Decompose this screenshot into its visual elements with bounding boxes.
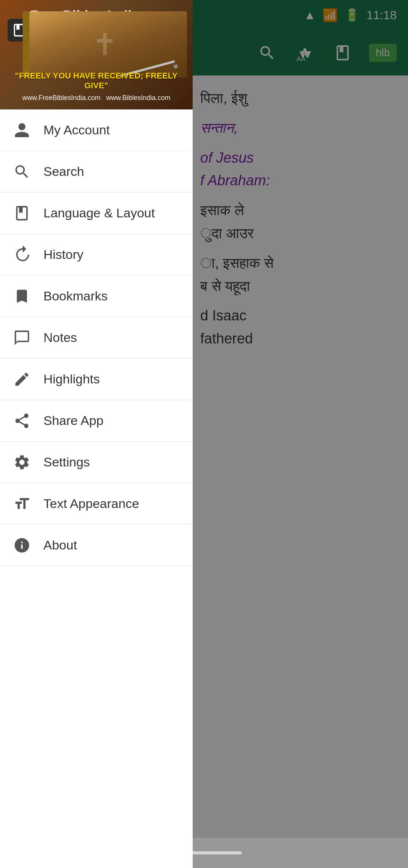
search-label: Search	[43, 164, 84, 179]
about-label: About	[43, 538, 77, 553]
drawer-overlay[interactable]	[193, 0, 408, 868]
menu-item-share-app[interactable]: Share App	[0, 400, 193, 442]
menu-item-notes[interactable]: Notes	[0, 317, 193, 359]
drawer-menu: My Account Search Language & Layout Hist…	[0, 109, 193, 868]
menu-item-my-account[interactable]: My Account	[0, 109, 193, 151]
language-icon	[11, 203, 32, 223]
text-appearance-icon	[11, 493, 32, 514]
book-image: ✝	[23, 11, 187, 77]
language-layout-label: Language & Layout	[43, 206, 155, 220]
menu-item-highlights[interactable]: Highlights	[0, 359, 193, 400]
menu-item-bookmarks[interactable]: Bookmarks	[0, 275, 193, 317]
settings-label: Settings	[43, 455, 90, 469]
text-appearance-label: Text Appearance	[43, 496, 139, 511]
share-icon	[11, 410, 32, 431]
menu-item-settings[interactable]: Settings	[0, 442, 193, 483]
highlights-label: Highlights	[43, 372, 100, 386]
menu-item-history[interactable]: History	[0, 234, 193, 275]
drawer-header: Free Bibles India ✝ "FREELY YOU HAVE REC…	[0, 0, 193, 109]
menu-item-text-appearance[interactable]: Text Appearance	[0, 483, 193, 525]
menu-item-language-layout[interactable]: Language & Layout	[0, 192, 193, 234]
bottom-indicator	[166, 851, 242, 854]
header-subtitle: "FREELY YOU HAVE RECEIVED; FREELY GIVE"	[4, 71, 189, 91]
info-icon	[11, 535, 32, 556]
bookmarks-label: Bookmarks	[43, 289, 108, 303]
settings-icon	[11, 452, 32, 472]
history-icon	[11, 244, 32, 265]
menu-item-search[interactable]: Search	[0, 151, 193, 192]
notes-label: Notes	[43, 330, 77, 345]
search-icon	[11, 161, 32, 182]
highlights-icon	[11, 369, 32, 389]
person-icon	[11, 120, 32, 140]
menu-item-about[interactable]: About	[0, 525, 193, 566]
navigation-drawer: Free Bibles India ✝ "FREELY YOU HAVE REC…	[0, 0, 193, 868]
header-url: www.FreeBiblesIndia.com www.BiblesIndia.…	[4, 94, 189, 102]
history-label: History	[43, 247, 83, 262]
bookmark-icon	[11, 286, 32, 306]
share-app-label: Share App	[43, 413, 104, 428]
bottom-nav	[0, 838, 408, 868]
notes-icon	[11, 327, 32, 348]
my-account-label: My Account	[43, 123, 110, 137]
